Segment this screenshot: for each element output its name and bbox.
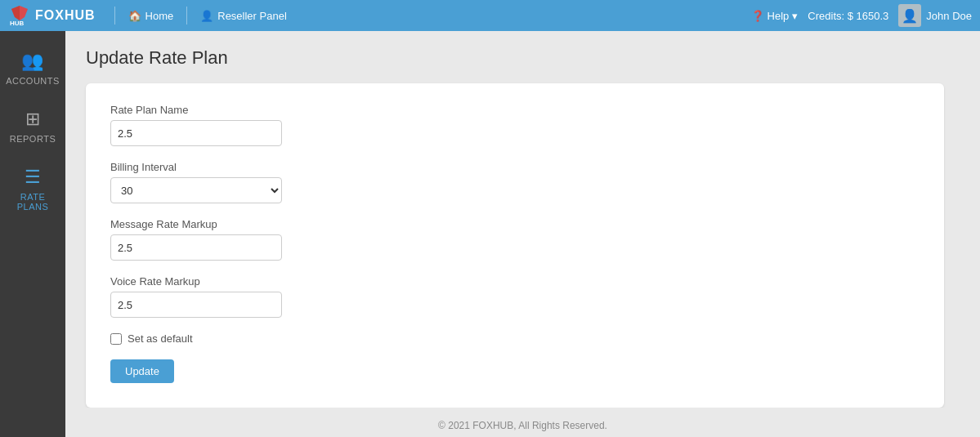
user-name: John Doe: [926, 10, 972, 22]
credits-display: Credits: $ 1650.3: [808, 10, 888, 22]
home-icon: 🏠: [128, 10, 141, 22]
home-link[interactable]: 🏠 Home: [122, 0, 181, 31]
avatar-icon: 👤: [902, 8, 918, 24]
rate-plan-name-group: Rate Plan Name: [110, 104, 920, 146]
help-label: Help: [767, 10, 790, 22]
user-info[interactable]: 👤 John Doe: [898, 4, 972, 27]
set-as-default-label[interactable]: Set as default: [128, 332, 193, 345]
navbar: HUB FOXHUB 🏠 Home 👤 Reseller Panel ❓ Hel…: [0, 0, 980, 31]
page-title: Update Rate Plan: [86, 47, 960, 69]
home-label: Home: [145, 10, 174, 22]
help-icon: ❓: [751, 10, 764, 22]
set-as-default-checkbox[interactable]: [110, 333, 122, 345]
billing-interval-select[interactable]: 30 60 90: [110, 177, 282, 203]
help-chevron-icon: ▾: [792, 10, 798, 22]
layout: 👥 ACCOUNTS ⊞ REPORTS ☰ RATE PLANS Update…: [0, 31, 980, 437]
nav-divider1: [114, 7, 115, 25]
help-button[interactable]: ❓ Help ▾: [751, 10, 799, 22]
reseller-panel-link[interactable]: 👤 Reseller Panel: [194, 0, 293, 31]
rate-plan-name-label: Rate Plan Name: [110, 104, 920, 116]
rate-plan-name-input[interactable]: [110, 120, 282, 146]
set-as-default-row: Set as default: [110, 332, 920, 345]
form-card: Rate Plan Name Billing Interval 30 60 90…: [86, 83, 944, 408]
footer: © 2021 FOXHUB, All Rights Reserved.: [86, 408, 960, 437]
message-rate-markup-label: Message Rate Markup: [110, 218, 920, 230]
svg-text:HUB: HUB: [10, 20, 25, 27]
sidebar: 👥 ACCOUNTS ⊞ REPORTS ☰ RATE PLANS: [0, 31, 65, 437]
voice-rate-markup-group: Voice Rate Markup: [110, 275, 920, 318]
avatar: 👤: [898, 4, 921, 27]
voice-rate-markup-input[interactable]: [110, 292, 282, 318]
brand-name: FOXHUB: [35, 8, 96, 23]
accounts-icon: 👥: [21, 51, 44, 72]
sidebar-item-rate-plans[interactable]: ☰ RATE PLANS: [0, 155, 65, 223]
fox-logo-icon: HUB: [8, 4, 31, 27]
sidebar-item-rate-plans-label: RATE PLANS: [4, 192, 61, 212]
svg-marker-1: [11, 6, 20, 20]
brand[interactable]: HUB FOXHUB: [8, 4, 96, 27]
reseller-panel-label: Reseller Panel: [217, 10, 287, 22]
rate-plans-icon: ☰: [25, 167, 42, 188]
footer-text: © 2021 FOXHUB, All Rights Reserved.: [438, 420, 607, 431]
message-rate-markup-group: Message Rate Markup: [110, 218, 920, 261]
sidebar-item-reports[interactable]: ⊞ REPORTS: [0, 97, 65, 155]
main-content: Update Rate Plan Rate Plan Name Billing …: [65, 31, 980, 437]
billing-interval-group: Billing Interval 30 60 90: [110, 161, 920, 203]
reseller-icon: 👤: [200, 10, 213, 22]
sidebar-item-accounts-label: ACCOUNTS: [6, 76, 60, 86]
sidebar-item-reports-label: REPORTS: [10, 134, 56, 144]
voice-rate-markup-label: Voice Rate Markup: [110, 275, 920, 288]
nav-divider2: [186, 7, 187, 25]
update-button[interactable]: Update: [110, 359, 174, 383]
message-rate-markup-input[interactable]: [110, 234, 282, 261]
sidebar-item-accounts[interactable]: 👥 ACCOUNTS: [0, 39, 65, 97]
billing-interval-label: Billing Interval: [110, 161, 920, 173]
reports-icon: ⊞: [25, 109, 41, 130]
nav-right: ❓ Help ▾ Credits: $ 1650.3 👤 John Doe: [751, 4, 972, 27]
